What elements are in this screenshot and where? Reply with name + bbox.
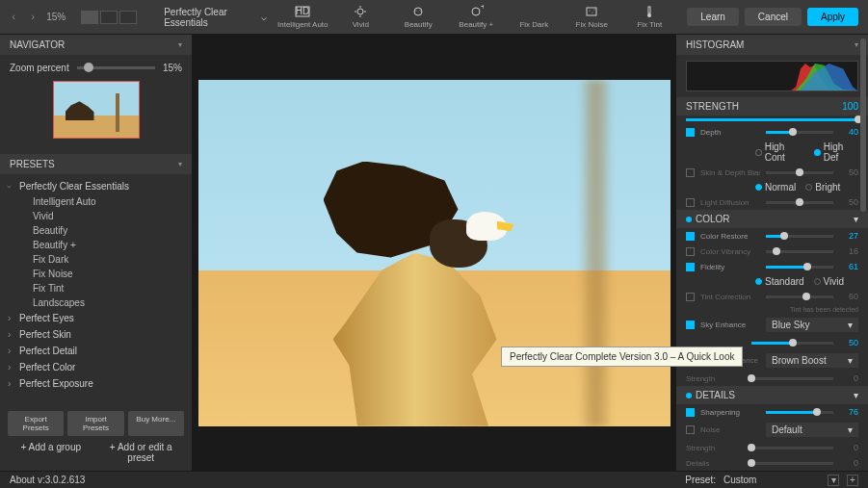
top-left: ‹ › 15% Perfectly Clear Essentials ⌵ bbox=[0, 7, 275, 28]
foliage-dropdown[interactable]: Brown Boost▾ bbox=[766, 353, 858, 368]
preset-group[interactable]: Perfect Color bbox=[0, 359, 192, 375]
zoom-value: 15% bbox=[163, 63, 182, 73]
noise-strength-slider[interactable] bbox=[751, 447, 833, 449]
preset-group[interactable]: Perfect Exposure bbox=[0, 375, 192, 392]
skin-depth-slider[interactable] bbox=[766, 171, 833, 174]
sky-enhance-checkbox[interactable] bbox=[686, 321, 695, 329]
about-text[interactable]: About v:3.0.2.613 bbox=[10, 475, 85, 485]
tool-fix-dark[interactable]: Fix Dark bbox=[506, 0, 562, 35]
preset-group[interactable]: Perfect Skin bbox=[0, 326, 192, 343]
svg-text:HD: HD bbox=[296, 6, 309, 16]
apply-button[interactable]: Apply bbox=[807, 8, 858, 26]
chevron-down-icon: ▾ bbox=[848, 320, 853, 330]
preset-group[interactable]: Perfectly Clear Essentials bbox=[0, 178, 192, 194]
tool-beautify-plus[interactable]: +Beautify + bbox=[448, 0, 504, 35]
preset-group[interactable]: Perfect Detail bbox=[0, 343, 192, 359]
light-diffusion-slider[interactable] bbox=[766, 201, 833, 204]
depth-slider[interactable] bbox=[766, 131, 833, 134]
view-single-button[interactable] bbox=[81, 11, 98, 24]
tools: HDIntelligent Auto Vivid Beautify +Beaut… bbox=[275, 0, 677, 35]
save-preset-icon[interactable]: ▾ bbox=[828, 475, 839, 486]
tool-beautify[interactable]: Beautify bbox=[390, 0, 446, 35]
color-restore-checkbox[interactable] bbox=[686, 232, 695, 241]
left-panel: NAVIGATOR▾ Zoom percent 15% PRESETS▾ Per… bbox=[0, 35, 193, 471]
presets-header[interactable]: PRESETS▾ bbox=[0, 154, 192, 174]
svg-point-13 bbox=[590, 11, 591, 12]
sky-dropdown[interactable]: Blue Sky▾ bbox=[766, 318, 858, 332]
normal-radio[interactable]: Normal bbox=[755, 182, 796, 193]
noise-dropdown[interactable]: Default▾ bbox=[766, 423, 858, 437]
vivid-radio[interactable]: Vivid bbox=[814, 276, 845, 287]
chevron-down-icon: ▾ bbox=[178, 160, 182, 168]
strength-slider[interactable] bbox=[686, 118, 858, 121]
foliage-strength-slider[interactable] bbox=[751, 377, 833, 380]
sharpening-checkbox[interactable] bbox=[686, 408, 695, 417]
sky-slider[interactable] bbox=[751, 342, 833, 345]
svg-point-15 bbox=[594, 10, 595, 11]
tool-vivid[interactable]: Vivid bbox=[332, 0, 388, 35]
add-preset-button[interactable]: + Add or edit a preset bbox=[98, 442, 185, 463]
cancel-button[interactable]: Cancel bbox=[745, 8, 802, 26]
strength-header[interactable]: STRENGTH100 bbox=[676, 97, 868, 116]
light-diffusion-checkbox[interactable] bbox=[686, 198, 695, 207]
navigator-thumbnail[interactable] bbox=[53, 81, 140, 139]
fidelity-slider[interactable] bbox=[766, 266, 833, 269]
footer-preset-dropdown[interactable]: Custom bbox=[723, 475, 820, 485]
zoom-slider[interactable] bbox=[77, 66, 155, 69]
skin-depth-checkbox[interactable] bbox=[686, 168, 695, 177]
add-group-button[interactable]: + Add a group bbox=[8, 442, 94, 463]
high-contrast-radio[interactable]: High Cont bbox=[755, 141, 804, 163]
fidelity-checkbox[interactable] bbox=[686, 263, 695, 271]
view-split-button[interactable] bbox=[100, 11, 118, 24]
details-header[interactable]: DETAILS▾ bbox=[676, 386, 868, 404]
hd-icon: HD bbox=[295, 5, 310, 18]
vibrancy-slider[interactable] bbox=[766, 250, 833, 253]
chevron-down-icon: ▾ bbox=[178, 40, 182, 49]
add-preset-icon[interactable]: + bbox=[847, 475, 858, 486]
color-restore-slider[interactable] bbox=[766, 235, 833, 238]
vibrancy-checkbox[interactable] bbox=[686, 247, 695, 256]
chevron-down-icon: ▾ bbox=[848, 424, 853, 435]
tool-fix-noise[interactable]: Fix Noise bbox=[564, 0, 619, 35]
svg-point-9 bbox=[420, 11, 421, 12]
canvas[interactable] bbox=[193, 35, 675, 471]
preset-item[interactable]: Vivid bbox=[0, 209, 192, 223]
preset-item[interactable]: Fix Tint bbox=[0, 281, 192, 295]
tint-correction-checkbox[interactable] bbox=[686, 293, 695, 301]
export-presets-button[interactable]: Export Presets bbox=[8, 411, 64, 436]
tool-fix-tint[interactable]: Fix Tint bbox=[621, 0, 677, 35]
navigator-header[interactable]: NAVIGATOR▾ bbox=[0, 35, 192, 55]
face-plus-icon: + bbox=[468, 5, 484, 18]
view-mode-buttons bbox=[81, 11, 137, 24]
bright-radio[interactable]: Bright bbox=[805, 182, 840, 193]
import-presets-button[interactable]: Import Presets bbox=[67, 411, 123, 436]
next-arrow-icon[interactable]: › bbox=[27, 11, 39, 24]
preset-item[interactable]: Beautify bbox=[0, 223, 192, 238]
tint-correction-slider[interactable] bbox=[766, 295, 833, 298]
high-def-radio[interactable]: High Def bbox=[814, 141, 858, 163]
tool-intelligent-auto[interactable]: HDIntelligent Auto bbox=[275, 0, 330, 35]
view-side-button[interactable] bbox=[119, 11, 137, 24]
preset-dropdown[interactable]: Perfectly Clear Essentials ⌵ bbox=[164, 7, 267, 28]
preset-item[interactable]: Fix Noise bbox=[0, 267, 192, 281]
noise-checkbox[interactable] bbox=[686, 425, 695, 434]
chevron-down-icon: ▾ bbox=[855, 40, 858, 49]
right-scrollbar[interactable] bbox=[860, 39, 866, 212]
buy-more-button[interactable]: Buy More... bbox=[128, 411, 184, 436]
preset-item[interactable]: Fix Dark bbox=[0, 252, 192, 267]
learn-button[interactable]: Learn bbox=[687, 8, 739, 26]
preset-group[interactable]: Perfect Eyes bbox=[0, 310, 192, 326]
standard-radio[interactable]: Standard bbox=[755, 276, 804, 287]
sharpening-slider[interactable] bbox=[766, 411, 833, 414]
histogram-header[interactable]: HISTOGRAM▾ bbox=[676, 35, 868, 55]
preset-item[interactable]: Intelligent Auto bbox=[0, 194, 192, 209]
noise-detail-slider[interactable] bbox=[751, 462, 833, 465]
prev-arrow-icon[interactable]: ‹ bbox=[8, 11, 19, 24]
chevron-down-icon: ▾ bbox=[848, 355, 853, 366]
right-panel: HISTOGRAM▾ STRENGTH100 Depth40 High Cont… bbox=[675, 35, 868, 471]
depth-checkbox[interactable] bbox=[686, 128, 695, 137]
histogram bbox=[686, 61, 858, 91]
color-header[interactable]: COLOR▾ bbox=[676, 210, 868, 228]
preset-item[interactable]: Beautify + bbox=[0, 238, 192, 252]
preset-item[interactable]: Landscapes bbox=[0, 295, 192, 310]
